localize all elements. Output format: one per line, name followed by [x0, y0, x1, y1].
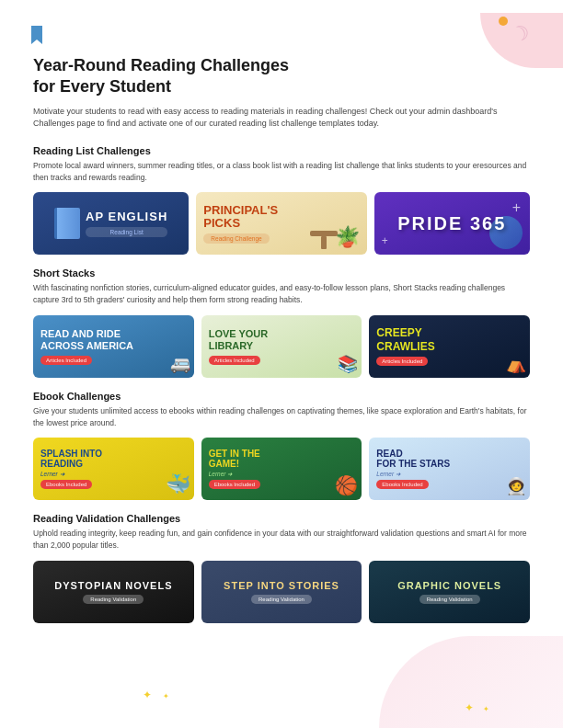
card-creepy-crawlies[interactable]: CREEPYCRAWLIES Articles Included ⛺ [369, 315, 530, 378]
validation-cards: DYSTOPIAN NOVELS Reading Validation STEP… [33, 561, 530, 623]
readride-badge: Articles Included [40, 356, 92, 365]
getinthe-label: GET IN THEGAME! [209, 449, 260, 469]
card-read-ride[interactable]: READ AND RIDEACROSS AMERICA Articles Inc… [33, 315, 194, 378]
graphic-label: GRAPHIC NOVELS [397, 580, 501, 591]
section-title-reading-list: Reading List Challenges [33, 145, 530, 156]
principals-label: PRINCIPAL'SPICKS [203, 204, 278, 231]
pride-label: PRIDE 365 [397, 213, 506, 234]
rv-icon: 🚐 [170, 354, 190, 374]
card-dystopian[interactable]: DYSTOPIAN NOVELS Reading Validation [33, 561, 194, 623]
readstars-brand: Lerner ➜ [376, 471, 400, 478]
readstars-badge: Ebooks Included [376, 480, 428, 489]
stepinto-badge: Reading Validation [251, 595, 312, 604]
creepy-label: CREEPYCRAWLIES [376, 326, 434, 353]
deco-stars-bottom: ✦ ✦ [143, 686, 169, 702]
section-desc-ebook: Give your students unlimited access to e… [33, 405, 530, 429]
splash-label: SPLASH INTOREADING [40, 449, 102, 469]
plus-icon: + [512, 199, 521, 216]
section-title-validation: Reading Validation Challenges [33, 513, 530, 524]
section-title-short-stacks: Short Stacks [33, 267, 530, 279]
readride-label: READ AND RIDEACROSS AMERICA [40, 328, 133, 352]
deco-stars-right: ✦ ✦ [465, 699, 489, 715]
loveyour-label: LOVE YOURLIBRARY [209, 328, 269, 352]
section-desc-short-stacks: With fascinating nonfiction stories, cur… [33, 282, 530, 306]
reading-kid-icon: 📚 [338, 354, 358, 374]
readstars-label: READFOR THE STARS [376, 449, 450, 469]
card-graphic-novels[interactable]: GRAPHIC NOVELS Reading Validation [369, 561, 530, 623]
deco-orange-dot [499, 17, 508, 26]
stepinto-label: STEP INTO STORIES [224, 580, 339, 591]
splash-badge: Ebooks Included [40, 480, 92, 489]
section-title-ebook: Ebook Challenges [33, 391, 530, 402]
loveyour-badge: Articles Included [209, 356, 260, 365]
card-splash-reading[interactable]: SPLASH INTOREADING Lerner ➜ Ebooks Inclu… [33, 438, 194, 500]
astronaut-icon: 🧑‍🚀 [506, 476, 526, 496]
short-stacks-cards: READ AND RIDEACROSS AMERICA Articles Inc… [33, 315, 530, 378]
principals-sublabel: Reading Challenge [203, 233, 269, 244]
card-ap-english[interactable]: AP ENGLISH Reading List [33, 192, 189, 255]
bookmark-icon [29, 26, 44, 50]
ap-english-sublabel: Reading List [86, 227, 167, 237]
desk-plant-icon: 🪴 [335, 225, 360, 249]
section-desc-reading-list: Promote local award winners, summer read… [33, 160, 530, 184]
splash-brand: Lerner ➜ [40, 471, 64, 478]
ap-english-label: AP ENGLISH [86, 210, 167, 223]
getinthe-badge: Ebooks Included [209, 480, 260, 489]
card-pride-365[interactable]: PRIDE 365 + + [374, 192, 530, 255]
ebook-cards: SPLASH INTOREADING Lerner ➜ Ebooks Inclu… [33, 438, 530, 500]
reading-list-cards: AP ENGLISH Reading List PRINCIPAL'SPICKS… [33, 192, 530, 255]
dystopian-label: DYSTOPIAN NOVELS [54, 580, 172, 591]
section-desc-validation: Uphold reading integrity, keep reading f… [33, 528, 530, 552]
whale-icon: 🐳 [166, 472, 190, 496]
basketball-icon: 🏀 [335, 474, 358, 496]
desk-icon [310, 231, 338, 249]
dystopian-badge: Reading Validation [83, 595, 144, 604]
card-step-into-stories[interactable]: STEP INTO STORIES Reading Validation [201, 561, 362, 623]
graphic-badge: Reading Validation [419, 595, 480, 604]
getinthe-brand: Lerner ➜ [209, 471, 233, 478]
page-title: Year-Round Reading Challengesfor Every S… [33, 55, 530, 98]
card-principals-picks[interactable]: PRINCIPAL'SPICKS Reading Challenge 🪴 [196, 192, 366, 255]
tent-icon: ⛺ [506, 354, 526, 374]
creepy-badge: Articles Included [376, 357, 428, 366]
plus-icon-2: + [382, 234, 388, 247]
card-read-stars[interactable]: READFOR THE STARS Lerner ➜ Ebooks Includ… [369, 438, 530, 500]
card-love-library[interactable]: LOVE YOURLIBRARY Articles Included 📚 [201, 315, 362, 378]
card-get-in-game[interactable]: GET IN THEGAME! Lerner ➜ Ebooks Included… [201, 438, 362, 500]
intro-text: Motivate your students to read with easy… [33, 106, 530, 131]
